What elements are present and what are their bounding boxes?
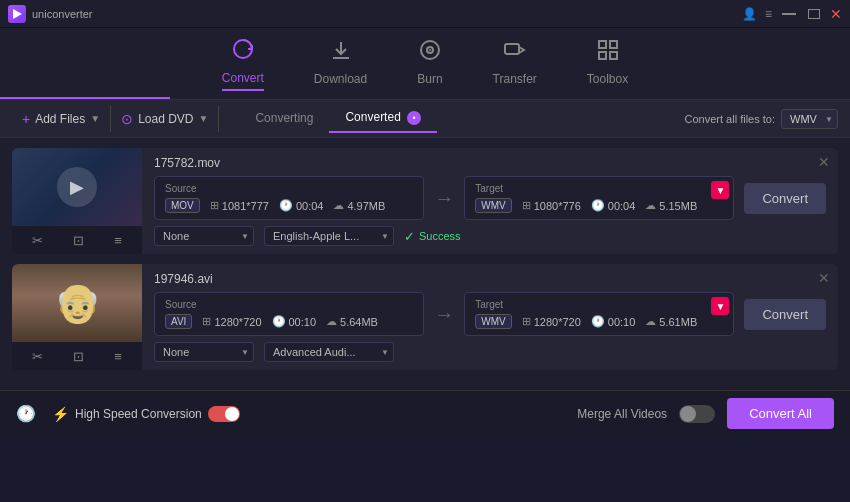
- file-1-audio-wrapper[interactable]: English-Apple L...: [264, 226, 394, 246]
- tab-group: Converting Converted •: [239, 104, 437, 133]
- file-1-subtitle-wrapper[interactable]: None: [154, 226, 254, 246]
- file-2-name: 197946.avi: [154, 272, 826, 286]
- file-1-source-duration: 🕐 00:04: [279, 199, 324, 212]
- close-button[interactable]: ✕: [830, 6, 842, 22]
- merge-toggle[interactable]: [679, 405, 715, 423]
- file-1-sub-row: None English-Apple L... ✓ Success: [154, 226, 826, 246]
- file-1-thumb-controls: ✂ ⊡ ≡: [12, 226, 142, 254]
- add-files-button[interactable]: + Add Files ▼: [12, 106, 111, 132]
- maximize-button[interactable]: [808, 9, 820, 19]
- file-1-source-box: Source MOV ⊞ 1081*777 🕐 00:04 ☁: [154, 176, 424, 220]
- file-2-audio-select[interactable]: Advanced Audi...: [264, 342, 394, 362]
- nav-underline: [0, 97, 850, 99]
- menu-icon[interactable]: ≡: [765, 7, 772, 21]
- convert-all-to-label: Convert all files to:: [685, 113, 775, 125]
- arrow-icon-2: →: [434, 303, 454, 326]
- scissors-icon-1[interactable]: ✂: [32, 233, 43, 248]
- file-1-thumbnail: ▶ ✂ ⊡ ≡: [12, 148, 142, 254]
- add-icon: +: [22, 111, 30, 127]
- file-2-target-duration: 🕐 00:10: [591, 315, 636, 328]
- titlebar: uniconverter 👤 ≡ ✕: [0, 0, 850, 28]
- file-item-2: ✕ 👴 ✂ ⊡ ≡ 197946.avi Source AVI ⊞: [12, 264, 838, 370]
- speed-section: ⚡ High Speed Conversion: [52, 406, 240, 422]
- file-1-source-label: Source: [165, 183, 413, 194]
- high-speed-toggle[interactable]: [208, 406, 240, 422]
- transfer-nav-icon: [503, 38, 527, 68]
- converted-badge: •: [407, 111, 421, 125]
- svg-rect-6: [505, 44, 519, 54]
- file-1-source-target: Source MOV ⊞ 1081*777 🕐 00:04 ☁: [154, 176, 826, 220]
- schedule-icon[interactable]: 🕐: [16, 404, 36, 423]
- merge-label: Merge All Videos: [577, 407, 667, 421]
- nav-burn-label: Burn: [417, 72, 442, 86]
- file-2-sub-row: None Advanced Audi...: [154, 342, 826, 362]
- svg-rect-9: [599, 52, 606, 59]
- file-1-convert-button[interactable]: Convert: [744, 183, 826, 214]
- titlebar-controls: 👤 ≡ ✕: [742, 6, 842, 22]
- nav-burn[interactable]: Burn: [417, 38, 442, 90]
- nav-convert[interactable]: Convert: [222, 37, 264, 91]
- file-2-target-resolution: ⊞ 1280*720: [522, 315, 581, 328]
- load-dvd-button[interactable]: ⊙ Load DVD ▼: [111, 106, 219, 132]
- success-icon-1: ✓: [404, 229, 415, 244]
- file-2-source-size: ☁ 5.64MB: [326, 315, 378, 328]
- file-1-status: ✓ Success: [404, 229, 461, 244]
- file-1-target-duration: 🕐 00:04: [591, 199, 636, 212]
- user-icon[interactable]: 👤: [742, 7, 757, 21]
- svg-point-5: [429, 49, 431, 51]
- nav-toolbox[interactable]: Toolbox: [587, 38, 628, 90]
- add-files-label: Add Files: [35, 112, 85, 126]
- scissors-icon-2[interactable]: ✂: [32, 349, 43, 364]
- titlebar-left: uniconverter: [8, 5, 93, 23]
- settings-icon-1[interactable]: ≡: [114, 233, 122, 248]
- bottom-bar: 🕐 ⚡ High Speed Conversion Merge All Vide…: [0, 390, 850, 436]
- format-select[interactable]: WMV MP4 AVI MOV MKV: [781, 109, 838, 129]
- bolt-icon: ⚡: [52, 406, 69, 422]
- nav-download[interactable]: Download: [314, 38, 367, 90]
- file-2-source-format: AVI: [165, 314, 192, 329]
- app-title: uniconverter: [32, 8, 93, 20]
- crop-icon-2[interactable]: ⊡: [73, 349, 84, 364]
- file-1-subtitle-select[interactable]: None: [154, 226, 254, 246]
- nav-transfer-label: Transfer: [493, 72, 537, 86]
- file-2-convert-button[interactable]: Convert: [744, 299, 826, 330]
- settings-icon-2[interactable]: ≡: [114, 349, 122, 364]
- file-2-source-duration: 🕐 00:10: [272, 315, 317, 328]
- file-1-source-props: MOV ⊞ 1081*777 🕐 00:04 ☁ 4.97MB: [165, 198, 413, 213]
- file-1-target-label: Target: [475, 183, 723, 194]
- file-2-subtitle-select[interactable]: None: [154, 342, 254, 362]
- svg-rect-10: [610, 52, 617, 59]
- file-1-source-format: MOV: [165, 198, 200, 213]
- format-select-wrapper[interactable]: WMV MP4 AVI MOV MKV: [781, 109, 838, 129]
- svg-rect-8: [610, 41, 617, 48]
- file-2-subtitle-wrapper[interactable]: None: [154, 342, 254, 362]
- file-2-source-label: Source: [165, 299, 413, 310]
- file-2-close-button[interactable]: ✕: [818, 270, 830, 286]
- file-1-source-resolution: ⊞ 1081*777: [210, 199, 269, 212]
- svg-marker-0: [13, 9, 22, 19]
- file-1-source-size: ☁ 4.97MB: [333, 199, 385, 212]
- crop-icon-1[interactable]: ⊡: [73, 233, 84, 248]
- convert-nav-icon: [231, 37, 255, 67]
- file-1-close-button[interactable]: ✕: [818, 154, 830, 170]
- tab-converting[interactable]: Converting: [239, 105, 329, 133]
- file-1-target-format: WMV: [475, 198, 511, 213]
- convert-all-to: Convert all files to: WMV MP4 AVI MOV MK…: [685, 109, 838, 129]
- file-2-source-resolution: ⊞ 1280*720: [202, 315, 261, 328]
- file-1-target-props: WMV ⊞ 1080*776 🕐 00:04 ☁ 5.15MB: [475, 198, 723, 213]
- minimize-button[interactable]: [782, 13, 796, 15]
- bottom-right: Merge All Videos Convert All: [577, 398, 834, 429]
- file-1-audio-select[interactable]: English-Apple L...: [264, 226, 394, 246]
- arrow-icon-1: →: [434, 187, 454, 210]
- file-1-target-format-button[interactable]: ▼: [711, 181, 729, 199]
- file-2-thumb-controls: ✂ ⊡ ≡: [12, 342, 142, 370]
- file-2-audio-wrapper[interactable]: Advanced Audi...: [264, 342, 394, 362]
- load-dvd-arrow: ▼: [199, 113, 209, 124]
- convert-all-button[interactable]: Convert All: [727, 398, 834, 429]
- tab-converted[interactable]: Converted •: [329, 104, 437, 133]
- app-logo: [8, 5, 26, 23]
- merge-knob: [680, 406, 696, 422]
- nav-transfer[interactable]: Transfer: [493, 38, 537, 90]
- file-item-1: ✕ ▶ ✂ ⊡ ≡ 175782.mov Source MOV ⊞: [12, 148, 838, 254]
- file-2-target-format-button[interactable]: ▼: [711, 297, 729, 315]
